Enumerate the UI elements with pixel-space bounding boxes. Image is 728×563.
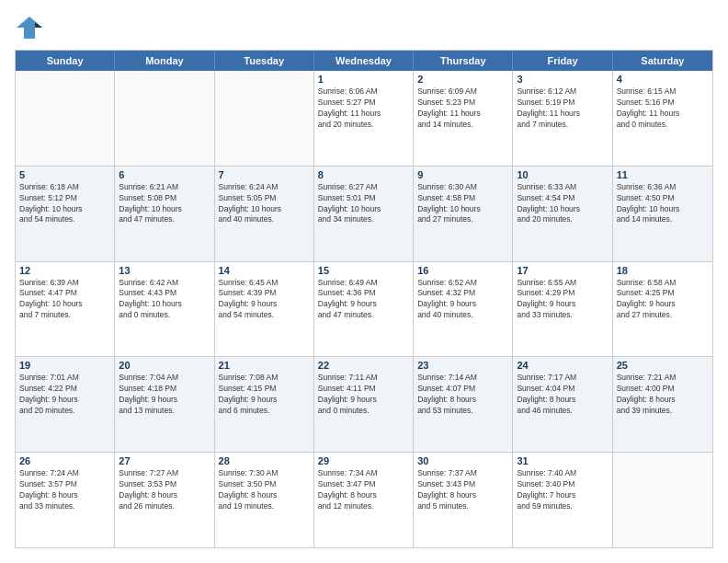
- day-number: 5: [19, 169, 110, 180]
- cell-info: Sunrise: 6:58 AM Sunset: 4:25 PM Dayligh…: [617, 278, 709, 322]
- cell-info: Sunrise: 7:40 AM Sunset: 3:40 PM Dayligh…: [517, 468, 608, 512]
- cal-cell: 12Sunrise: 6:39 AM Sunset: 4:47 PM Dayli…: [16, 262, 115, 357]
- cal-cell: 8Sunrise: 6:27 AM Sunset: 5:01 PM Daylig…: [314, 167, 414, 261]
- day-number: 11: [617, 169, 709, 180]
- cell-info: Sunrise: 6:06 AM Sunset: 5:27 PM Dayligh…: [318, 86, 409, 131]
- cell-info: Sunrise: 7:37 AM Sunset: 3:43 PM Dayligh…: [417, 468, 508, 512]
- cal-cell: 27Sunrise: 7:27 AM Sunset: 3:53 PM Dayli…: [115, 453, 214, 547]
- header-day-saturday: Saturday: [613, 51, 712, 71]
- cell-info: Sunrise: 6:24 AM Sunset: 5:05 PM Dayligh…: [219, 182, 310, 226]
- cell-info: Sunrise: 6:45 AM Sunset: 4:39 PM Dayligh…: [219, 278, 310, 322]
- header-day-tuesday: Tuesday: [215, 51, 314, 71]
- cal-cell: 3Sunrise: 6:12 AM Sunset: 5:19 PM Daylig…: [513, 71, 612, 166]
- cal-cell: 23Sunrise: 7:14 AM Sunset: 4:07 PM Dayli…: [414, 357, 513, 452]
- calendar-row-4: 19Sunrise: 7:01 AM Sunset: 4:22 PM Dayli…: [16, 357, 712, 453]
- day-number: 21: [219, 360, 310, 371]
- cell-info: Sunrise: 6:21 AM Sunset: 5:08 PM Dayligh…: [119, 182, 210, 226]
- day-number: 25: [617, 360, 709, 371]
- day-number: 4: [617, 74, 709, 85]
- cal-cell: [16, 71, 115, 166]
- day-number: 30: [417, 455, 508, 466]
- calendar: SundayMondayTuesdayWednesdayThursdayFrid…: [15, 50, 713, 548]
- cell-info: Sunrise: 6:09 AM Sunset: 5:23 PM Dayligh…: [417, 86, 508, 131]
- cal-cell: 25Sunrise: 7:21 AM Sunset: 4:00 PM Dayli…: [613, 357, 712, 452]
- cal-cell: 31Sunrise: 7:40 AM Sunset: 3:40 PM Dayli…: [513, 453, 612, 547]
- cal-cell: 11Sunrise: 6:36 AM Sunset: 4:50 PM Dayli…: [613, 167, 712, 261]
- cal-cell: 30Sunrise: 7:37 AM Sunset: 3:43 PM Dayli…: [414, 453, 513, 547]
- calendar-header: SundayMondayTuesdayWednesdayThursdayFrid…: [16, 51, 712, 71]
- day-number: 15: [318, 265, 409, 276]
- day-number: 23: [417, 360, 508, 371]
- cal-cell: [215, 71, 314, 166]
- calendar-row-3: 12Sunrise: 6:39 AM Sunset: 4:47 PM Dayli…: [16, 262, 712, 358]
- cell-info: Sunrise: 6:33 AM Sunset: 4:54 PM Dayligh…: [517, 182, 608, 226]
- day-number: 7: [219, 169, 310, 180]
- header-day-friday: Friday: [513, 51, 612, 71]
- cal-cell: 4Sunrise: 6:15 AM Sunset: 5:16 PM Daylig…: [613, 71, 712, 166]
- cell-info: Sunrise: 6:52 AM Sunset: 4:32 PM Dayligh…: [417, 278, 508, 322]
- logo-icon: [15, 15, 44, 40]
- calendar-body: 1Sunrise: 6:06 AM Sunset: 5:27 PM Daylig…: [16, 71, 712, 547]
- cal-cell: [115, 71, 214, 166]
- cell-info: Sunrise: 7:30 AM Sunset: 3:50 PM Dayligh…: [219, 468, 310, 512]
- day-number: 16: [417, 265, 508, 276]
- cal-cell: 29Sunrise: 7:34 AM Sunset: 3:47 PM Dayli…: [314, 453, 414, 547]
- cell-info: Sunrise: 7:01 AM Sunset: 4:22 PM Dayligh…: [19, 373, 110, 417]
- header: [15, 15, 713, 40]
- day-number: 29: [318, 455, 409, 466]
- cell-info: Sunrise: 7:24 AM Sunset: 3:57 PM Dayligh…: [19, 468, 110, 512]
- day-number: 1: [318, 74, 409, 85]
- cell-info: Sunrise: 7:17 AM Sunset: 4:04 PM Dayligh…: [517, 373, 608, 417]
- cal-cell: 17Sunrise: 6:55 AM Sunset: 4:29 PM Dayli…: [513, 262, 612, 357]
- cal-cell: [613, 453, 712, 547]
- cal-cell: 9Sunrise: 6:30 AM Sunset: 4:58 PM Daylig…: [414, 167, 513, 261]
- cell-info: Sunrise: 7:21 AM Sunset: 4:00 PM Dayligh…: [617, 373, 709, 417]
- day-number: 6: [119, 169, 210, 180]
- cell-info: Sunrise: 7:04 AM Sunset: 4:18 PM Dayligh…: [119, 373, 210, 417]
- day-number: 2: [417, 74, 508, 85]
- day-number: 27: [119, 455, 210, 466]
- day-number: 10: [517, 169, 608, 180]
- cell-info: Sunrise: 7:27 AM Sunset: 3:53 PM Dayligh…: [119, 468, 210, 512]
- cell-info: Sunrise: 6:30 AM Sunset: 4:58 PM Dayligh…: [417, 182, 508, 226]
- day-number: 8: [318, 169, 409, 180]
- cell-info: Sunrise: 6:49 AM Sunset: 4:36 PM Dayligh…: [318, 278, 409, 322]
- cal-cell: 5Sunrise: 6:18 AM Sunset: 5:12 PM Daylig…: [16, 167, 115, 261]
- page: SundayMondayTuesdayWednesdayThursdayFrid…: [0, 0, 728, 563]
- cell-info: Sunrise: 6:36 AM Sunset: 4:50 PM Dayligh…: [617, 182, 709, 226]
- cal-cell: 2Sunrise: 6:09 AM Sunset: 5:23 PM Daylig…: [414, 71, 513, 166]
- header-day-monday: Monday: [115, 51, 214, 71]
- cal-cell: 10Sunrise: 6:33 AM Sunset: 4:54 PM Dayli…: [513, 167, 612, 261]
- day-number: 3: [517, 74, 608, 85]
- day-number: 13: [119, 265, 210, 276]
- cal-cell: 20Sunrise: 7:04 AM Sunset: 4:18 PM Dayli…: [115, 357, 214, 452]
- day-number: 24: [517, 360, 608, 371]
- day-number: 9: [417, 169, 508, 180]
- cal-cell: 21Sunrise: 7:08 AM Sunset: 4:15 PM Dayli…: [215, 357, 314, 452]
- day-number: 31: [517, 455, 608, 466]
- cell-info: Sunrise: 6:15 AM Sunset: 5:16 PM Dayligh…: [617, 86, 709, 131]
- cal-cell: 18Sunrise: 6:58 AM Sunset: 4:25 PM Dayli…: [613, 262, 712, 357]
- cell-info: Sunrise: 6:42 AM Sunset: 4:43 PM Dayligh…: [119, 278, 210, 322]
- header-day-sunday: Sunday: [16, 51, 115, 71]
- cell-info: Sunrise: 6:39 AM Sunset: 4:47 PM Dayligh…: [19, 278, 110, 322]
- header-day-wednesday: Wednesday: [314, 51, 414, 71]
- cell-info: Sunrise: 7:11 AM Sunset: 4:11 PM Dayligh…: [318, 373, 409, 417]
- cell-info: Sunrise: 6:18 AM Sunset: 5:12 PM Dayligh…: [19, 182, 110, 226]
- day-number: 19: [19, 360, 110, 371]
- day-number: 18: [617, 265, 709, 276]
- day-number: 14: [219, 265, 310, 276]
- cal-cell: 14Sunrise: 6:45 AM Sunset: 4:39 PM Dayli…: [215, 262, 314, 357]
- cell-info: Sunrise: 6:55 AM Sunset: 4:29 PM Dayligh…: [517, 278, 608, 322]
- day-number: 22: [318, 360, 409, 371]
- cal-cell: 6Sunrise: 6:21 AM Sunset: 5:08 PM Daylig…: [115, 167, 214, 261]
- cal-cell: 24Sunrise: 7:17 AM Sunset: 4:04 PM Dayli…: [513, 357, 612, 452]
- calendar-row-1: 1Sunrise: 6:06 AM Sunset: 5:27 PM Daylig…: [16, 71, 712, 167]
- cell-info: Sunrise: 7:34 AM Sunset: 3:47 PM Dayligh…: [318, 468, 409, 512]
- day-number: 20: [119, 360, 210, 371]
- logo: [15, 15, 48, 40]
- cell-info: Sunrise: 6:12 AM Sunset: 5:19 PM Dayligh…: [517, 86, 608, 131]
- cal-cell: 15Sunrise: 6:49 AM Sunset: 4:36 PM Dayli…: [314, 262, 414, 357]
- cal-cell: 28Sunrise: 7:30 AM Sunset: 3:50 PM Dayli…: [215, 453, 314, 547]
- day-number: 12: [19, 265, 110, 276]
